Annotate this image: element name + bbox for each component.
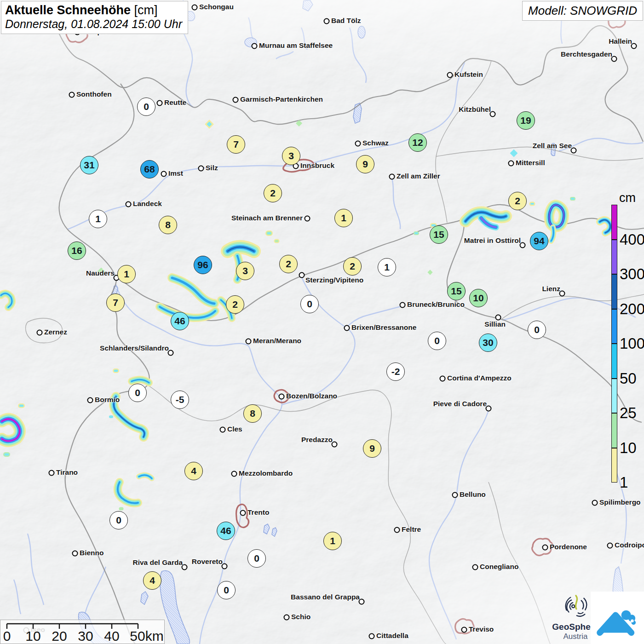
city-dot — [198, 166, 204, 172]
city-label: Berchtesgaden — [561, 50, 612, 58]
snow-depth-marker: 0 — [247, 549, 266, 568]
city-label: Mezzolombardo — [239, 469, 293, 477]
city-label: Bienno — [80, 549, 104, 557]
map-datetime: Donnerstag, 01.08.2024 15:00 Uhr — [5, 17, 182, 31]
city-dot — [542, 545, 548, 551]
snow-depth-marker: 8 — [159, 216, 177, 234]
city-label: Schwaz — [362, 139, 389, 147]
city-label: Landeck — [133, 200, 162, 208]
city-label: Sterzing/Vipiteno — [305, 276, 363, 284]
mountain-cloud-logo — [595, 598, 639, 637]
snow-depth-marker: 46 — [217, 522, 235, 540]
legend-color-segment — [611, 205, 617, 240]
city-dot — [305, 216, 310, 222]
scalebar-label: 40 — [104, 628, 119, 644]
snow-depth-marker: 10 — [469, 289, 488, 307]
city-dot — [369, 633, 375, 639]
city-label: Belluno — [460, 490, 486, 499]
legend-color-segment — [611, 274, 617, 309]
snow-depth-marker: 2 — [264, 184, 282, 202]
city-label: Sonthofen — [76, 90, 112, 98]
city-dot — [240, 510, 246, 516]
snow-depth-marker: 1 — [378, 258, 396, 276]
city-label: Kitzbühel — [459, 105, 491, 114]
city-label: Predazzo — [301, 436, 333, 444]
city-label: Riva del Garda — [132, 558, 183, 567]
legend-tick-label: 300 — [620, 265, 644, 283]
city-dot — [72, 551, 78, 557]
city-dot — [440, 376, 446, 382]
snow-depth-marker: 0 — [109, 511, 128, 529]
city-label: Bruneck/Brunico — [407, 300, 465, 309]
snow-depth-marker: 46 — [171, 312, 189, 330]
city-dot — [192, 5, 198, 11]
snow-depth-marker: 9 — [363, 439, 381, 458]
snow-depth-marker: 12 — [408, 133, 427, 152]
city-dot — [447, 72, 453, 78]
city-label: Bassano del Grappa — [291, 593, 360, 601]
city-dot — [161, 171, 167, 177]
city-label: Treviso — [469, 625, 494, 633]
city-label: Brixen/Bressanone — [351, 323, 416, 332]
city-label: Innsbruck — [300, 161, 334, 170]
city-label: Pordenone — [550, 543, 587, 551]
city-label: Kufstein — [454, 70, 483, 79]
city-label: Zernez — [44, 328, 67, 336]
city-label: Rovereto — [192, 558, 223, 566]
snow-depth-marker: 7 — [106, 293, 125, 312]
city-label: Zell am See — [533, 142, 572, 150]
city-dot — [592, 500, 598, 506]
city-dot — [324, 18, 330, 24]
snow-depth-map: Iseo SchongauBad TölzKemptenMurnau am St… — [0, 0, 644, 644]
city-dot — [87, 397, 93, 403]
legend-tick-label: 10 — [620, 439, 637, 457]
city-label: Cittadella — [376, 632, 408, 640]
city-dot — [279, 394, 285, 400]
city-label: Tirano — [56, 468, 78, 477]
city-dot — [252, 43, 258, 49]
city-label: Conegliano — [480, 563, 518, 571]
geosphere-contours-icon — [562, 592, 589, 619]
snow-depth-marker: 0 — [128, 384, 147, 402]
city-dot — [220, 427, 226, 433]
snow-depth-marker: 9 — [356, 155, 374, 173]
legend-color-segment — [611, 240, 617, 275]
snow-depth-marker: 15 — [430, 225, 448, 244]
snow-depth-marker: 94 — [530, 232, 548, 250]
legend-tick-label: 50 — [620, 370, 637, 387]
snow-depth-marker: 2 — [279, 255, 298, 273]
city-dot — [37, 330, 43, 336]
city-dot — [246, 339, 252, 345]
model-label: Modell: SNOWGRID — [522, 1, 643, 21]
snow-depth-marker: 1 — [89, 210, 107, 228]
city-label: Mittersill — [516, 159, 545, 167]
map-title-text: Aktuelle Schneehöhe — [5, 3, 131, 17]
city-dot — [157, 100, 163, 106]
city-label: Spilimbergo — [599, 498, 641, 506]
city-dot — [69, 92, 75, 98]
snow-depth-marker: 1 — [117, 265, 136, 283]
city-label: Bad Tölz — [331, 17, 361, 25]
snow-depth-marker: 2 — [508, 192, 527, 210]
snow-depth-marker: -5 — [171, 391, 189, 409]
city-label: Trento — [247, 508, 269, 517]
city-dot — [461, 627, 467, 633]
snow-depth-marker: 15 — [447, 282, 466, 300]
snow-depth-marker: -2 — [386, 362, 405, 381]
snow-depth-marker: 2 — [226, 295, 244, 314]
city-dot — [389, 174, 395, 180]
city-dot — [233, 97, 239, 103]
city-dot — [126, 201, 132, 207]
city-label: Murnau am Staffelsee — [259, 41, 333, 50]
legend-color-segment — [611, 379, 617, 414]
city-dot — [472, 564, 478, 570]
snow-depth-marker: 4 — [143, 571, 161, 590]
city-label: Cortina d'Ampezzo — [447, 374, 512, 382]
city-dot — [344, 325, 350, 331]
city-label: Lienz — [542, 285, 560, 293]
city-dot — [508, 161, 514, 167]
legend-tick-label: 400 — [620, 231, 644, 248]
legend-color-segment — [611, 344, 617, 379]
city-label: Bozen/Bolzano — [286, 392, 337, 400]
map-title-unit: [cm] — [134, 3, 158, 17]
